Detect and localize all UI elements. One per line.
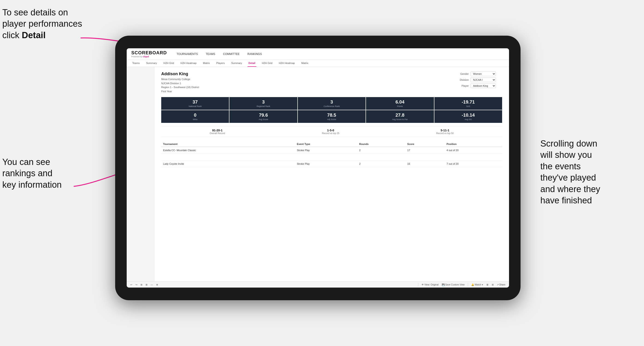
cell-score-2: 16 [406, 161, 445, 167]
tab-matrix2[interactable]: Matrix [300, 60, 309, 67]
stat-points: 6.04 Points [366, 97, 434, 110]
toolbar-save-custom[interactable]: 💾 Save Custom View [442, 283, 464, 286]
logo-scoreboard: SCOREBOARD [131, 50, 167, 55]
col-position: Position [445, 141, 502, 147]
stat-national-rank: 37 National Rank [161, 97, 229, 110]
right-panel: Addison King Mesa Community College NJCA… [154, 67, 509, 281]
stat-regional-rank: 3 Regional Rank [230, 97, 297, 110]
tab-h2h-heatmap2[interactable]: H2H Heatmap [278, 60, 296, 67]
stats-row2: 0 Wins 79.6 Avg Score 78.5 Adj Score 27.… [161, 110, 502, 123]
bottom-toolbar: ↩ ↪ ⊞ ⊞ — ⊕ 👁 View: Original 💾 Save Cust… [127, 281, 509, 288]
toolbar-share[interactable]: ↗ Share [497, 283, 505, 286]
toolbar-watch[interactable]: 🔔 Watch ▾ [471, 283, 483, 286]
cell-position-2: 7 out of 20 [445, 161, 502, 167]
table-row-2[interactable]: Lady Coyote Invite Stroke Play 2 16 7 ou… [161, 161, 502, 167]
tab-h2h-grid2[interactable]: H2H Grid [261, 60, 274, 67]
nav-teams[interactable]: TEAMS [205, 51, 216, 57]
cell-rounds-2: 2 [357, 161, 406, 167]
tablet: SCOREBOARD Powered by clippd TOURNAMENTS… [115, 36, 520, 300]
sub-nav: Teams Summary H2H Grid H2H Heatmap Matri… [127, 60, 509, 67]
toolbar-undo[interactable]: ↩ [130, 283, 132, 286]
cell-score: 17 [406, 147, 445, 154]
annotation-bottom-left: You can see rankings and key information [2, 157, 85, 190]
tab-h2h-heatmap1[interactable]: H2H Heatmap [180, 60, 198, 67]
tablet-screen: SCOREBOARD Powered by clippd TOURNAMENTS… [127, 48, 509, 288]
player-select[interactable]: Addison King [470, 84, 496, 88]
player-year: First Year [161, 90, 172, 93]
logo-powered: Powered by clippd [131, 55, 167, 58]
toolbar-sep2 [468, 283, 468, 286]
col-score: Score [406, 141, 445, 147]
tab-players[interactable]: Players [215, 60, 226, 67]
nav-committee[interactable]: COMMITTEE [222, 51, 240, 57]
tab-summary2[interactable]: Summary [230, 60, 243, 67]
stat-adj-score: 78.5 Adj Score [298, 110, 366, 123]
table-row[interactable]: Estella CC- Mountain Classic Stroke Play… [161, 147, 502, 154]
toolbar-plus[interactable]: ⊕ [156, 283, 158, 286]
nav-tournaments[interactable]: TOURNAMENTS [176, 51, 198, 57]
toolbar-grid1[interactable]: ⊞ [140, 283, 142, 286]
gender-label: Gender [456, 72, 469, 75]
stat-avg-sg: -10.14 Avg SG [434, 110, 502, 123]
gender-filter-row: Gender Women [456, 72, 502, 76]
gender-select[interactable]: Women [470, 72, 496, 76]
annotation-top-left: To see details on player performances cl… [2, 7, 90, 41]
stat-sos: -19.71 SoS [434, 97, 502, 110]
annotation-right: Scrolling down will show you the events … [540, 138, 637, 206]
cell-tournament-2: Lady Coyote Invite [161, 161, 295, 167]
player-filters: Gender Women Division NJCAA I [456, 72, 502, 93]
player-region: Region 1 - Southwest (18) District [161, 86, 199, 89]
top-nav: SCOREBOARD Powered by clippd TOURNAMENTS… [127, 48, 509, 60]
toolbar-minus[interactable]: — [151, 283, 153, 286]
division-select[interactable]: NJCAA I [470, 78, 496, 82]
toolbar-monitor[interactable]: 🖥 [486, 283, 488, 286]
player-division: NJCAA Division 1 [161, 82, 181, 85]
stat-wins: 0 Wins [161, 110, 229, 123]
division-filter-row: Division NJCAA I [456, 78, 502, 82]
cell-tournament: Estella CC- Mountain Classic [161, 147, 295, 154]
col-rounds: Rounds [357, 141, 406, 147]
toolbar-grid2[interactable]: ⊞ [146, 283, 148, 286]
player-header: Addison King Mesa Community College NJCA… [161, 72, 502, 93]
stat-conference-rank: 3 Conference Rank [298, 97, 366, 110]
records-row: 91-20-1 Overall Record 1-5-0 Record vs t… [161, 127, 502, 137]
cell-event-type: Stroke Play [295, 147, 358, 154]
main-content: Addison King Mesa Community College NJCA… [127, 67, 509, 281]
record-top25: 1-5-0 Record vs top 25 [322, 129, 340, 135]
tab-detail[interactable]: Detail [248, 60, 256, 67]
player-filter-row: Player Addison King [456, 84, 502, 88]
tab-h2h-grid1[interactable]: H2H Grid [162, 60, 175, 67]
toolbar-sep1 [418, 283, 418, 286]
col-tournament: Tournament [161, 141, 295, 147]
toolbar-redo[interactable]: ↪ [136, 283, 137, 286]
stat-avg-score-par: 27.8 Avg Score to Par [366, 110, 434, 123]
table-row-empty [161, 154, 502, 161]
nav-rankings[interactable]: RANKINGS [247, 51, 262, 57]
tab-summary1[interactable]: Summary [145, 60, 158, 67]
toolbar-view-original[interactable]: 👁 View: Original [422, 283, 438, 286]
record-overall: 91-20-1 Overall Record [210, 129, 225, 135]
division-label: Division [456, 78, 469, 81]
player-info: Addison King Mesa Community College NJCA… [161, 72, 199, 93]
cell-event-type-2: Stroke Play [295, 161, 358, 167]
record-top50: 5-11-1 Record vs top 50 [436, 129, 454, 135]
cell-position: 4 out of 20 [445, 147, 502, 154]
stats-row1: 37 National Rank 3 Regional Rank 3 Confe… [161, 97, 502, 110]
left-panel [127, 67, 154, 281]
cell-rounds: 2 [357, 147, 406, 154]
table-header-row: Tournament Event Type Rounds Score Posit… [161, 141, 502, 147]
col-event-type: Event Type [295, 141, 358, 147]
player-school: Mesa Community College [161, 78, 190, 81]
tab-matrix1[interactable]: Matrix [202, 60, 211, 67]
toolbar-grid3[interactable]: ⊞ [492, 283, 494, 286]
player-name: Addison King [161, 72, 199, 76]
tab-teams[interactable]: Teams [131, 60, 140, 67]
tournament-table: Tournament Event Type Rounds Score Posit… [161, 141, 502, 167]
logo-area: SCOREBOARD Powered by clippd [131, 50, 167, 58]
stat-avg-score: 79.6 Avg Score [230, 110, 297, 123]
player-filter-label: Player [456, 84, 469, 87]
